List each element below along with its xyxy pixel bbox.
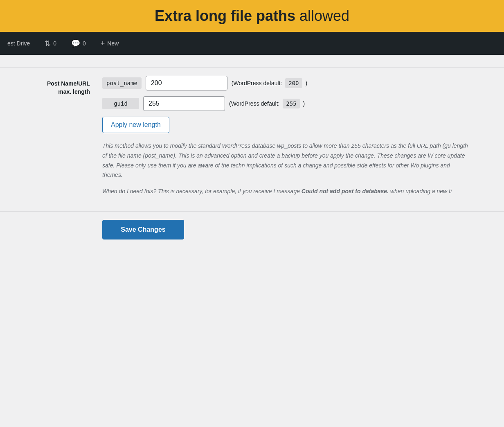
updates-count: 0: [53, 40, 56, 47]
guid-input[interactable]: [143, 96, 225, 111]
comments-count: 0: [83, 40, 86, 47]
save-changes-button[interactable]: Save Changes: [102, 220, 184, 239]
submit-spacer: [8, 220, 98, 239]
post-name-row: post_name (WordPress default: 200 ): [102, 76, 496, 90]
main-content: Post Name/URL max. length post_name (Wor…: [0, 55, 504, 260]
new-label: New: [107, 40, 119, 47]
admin-bar-site[interactable]: est Drive: [4, 38, 33, 48]
admin-bar-comments[interactable]: 💬 0: [68, 37, 89, 50]
post-name-label: post_name: [102, 77, 142, 89]
description-paragraph-1: This method allows you to modify the sta…: [102, 141, 470, 180]
settings-label: Post Name/URL max. length: [8, 76, 98, 203]
guid-label: guid: [102, 98, 139, 109]
banner: Extra long file paths allowed: [0, 0, 504, 32]
admin-bar-updates[interactable]: ⇅ 0: [41, 37, 60, 50]
label-line1: Post Name/URL: [47, 80, 90, 87]
description-paragraph-2: When do I need this? This is necessary, …: [102, 187, 470, 197]
description2-bold: Could not add post to database.: [302, 188, 389, 194]
banner-normal-text: allowed: [295, 7, 349, 24]
banner-bold-text: Extra long file paths: [155, 7, 295, 24]
updates-icon: ⇅: [45, 39, 51, 48]
admin-bar-new[interactable]: + New: [97, 38, 122, 50]
apply-new-length-button[interactable]: Apply new length: [102, 117, 169, 133]
admin-bar: est Drive ⇅ 0 💬 0 + New: [0, 32, 504, 55]
description2-start: When do I need this? This is necessary, …: [102, 188, 302, 194]
label-line2: max. length: [58, 88, 90, 95]
post-name-default-text: (WordPress default: 200 ): [232, 80, 307, 86]
post-name-input[interactable]: [146, 76, 227, 90]
site-name-text: est Drive: [7, 40, 30, 47]
guid-row: guid (WordPress default: 255 ): [102, 96, 496, 111]
submit-field: Save Changes: [98, 220, 184, 239]
post-name-default-value: 200: [285, 78, 302, 88]
plus-icon: +: [101, 39, 105, 48]
guid-default-text: (WordPress default: 255 ): [229, 100, 305, 107]
settings-row-postname: Post Name/URL max. length post_name (Wor…: [0, 67, 504, 211]
guid-default-value: 255: [283, 99, 299, 108]
banner-text: Extra long file paths allowed: [155, 7, 349, 24]
comments-icon: 💬: [71, 39, 80, 48]
submit-row: Save Changes: [0, 211, 504, 248]
description2-end: when uploading a new fi: [389, 188, 452, 194]
settings-field-area: post_name (WordPress default: 200 ) guid…: [98, 76, 496, 203]
